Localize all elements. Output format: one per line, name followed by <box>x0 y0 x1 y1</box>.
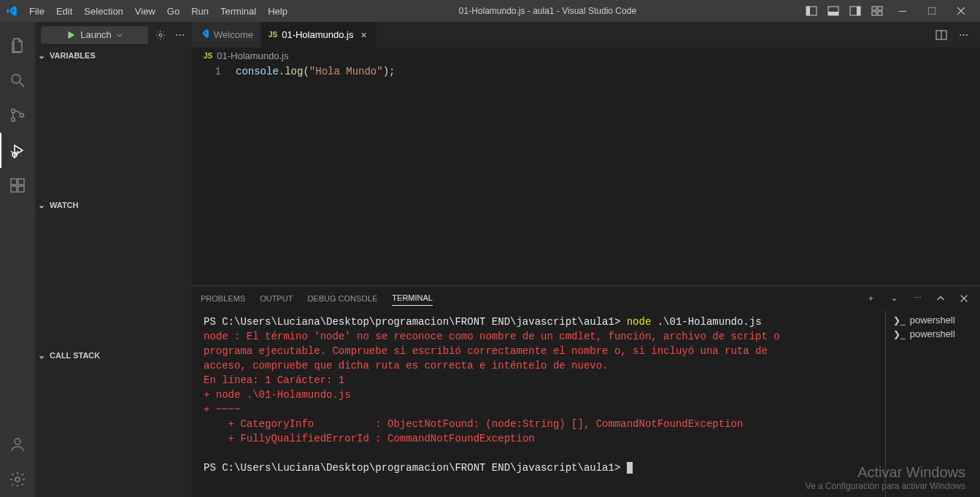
activity-run-debug-icon[interactable] <box>0 133 35 168</box>
tab-file-active[interactable]: JS 01-Holamundo.js × <box>261 22 378 47</box>
editor-actions: ⋯ <box>933 22 980 47</box>
tab-bar: Welcome JS 01-Holamundo.js × ⋯ <box>192 22 980 47</box>
svg-point-16 <box>20 114 24 117</box>
maximize-button[interactable] <box>919 1 945 20</box>
menu-view[interactable]: View <box>129 3 161 20</box>
terminal-error-line: En línea: 1 Carácter: 1 <box>204 374 344 386</box>
svg-rect-18 <box>11 179 17 185</box>
close-panel-icon[interactable] <box>957 291 971 306</box>
code-token: ; <box>389 66 395 77</box>
svg-rect-20 <box>18 186 24 192</box>
code-editor[interactable]: 1 console.log("Hola Mundo"); <box>192 63 980 285</box>
menu-run[interactable]: Run <box>185 3 215 20</box>
svg-rect-8 <box>872 12 876 15</box>
breadcrumb[interactable]: JS 01-Holamundo.js <box>192 47 980 63</box>
menu-file[interactable]: File <box>23 3 50 20</box>
powershell-icon: ❯_ <box>893 315 906 325</box>
svg-point-24 <box>159 34 162 36</box>
tab-file-label: 01-Holamundo.js <box>282 29 353 40</box>
minimap[interactable] <box>907 63 980 285</box>
close-tab-icon[interactable]: × <box>358 29 369 41</box>
svg-rect-3 <box>828 12 838 15</box>
code-token: log <box>285 66 303 77</box>
vscode-logo-icon <box>6 5 18 17</box>
svg-rect-19 <box>11 186 17 192</box>
window-controls <box>802 1 974 20</box>
line-number: 1 <box>192 65 221 79</box>
code-token: ( <box>303 66 309 77</box>
activity-source-control-icon[interactable] <box>0 98 35 133</box>
menu-go[interactable]: Go <box>161 3 185 20</box>
title-bar: File Edit Selection View Go Run Terminal… <box>0 0 980 22</box>
code-token: console <box>236 66 279 77</box>
sidebar-header: Launch ⋯ <box>35 22 192 47</box>
svg-rect-21 <box>18 179 24 185</box>
code-content[interactable]: console.log("Hola Mundo"); <box>236 63 907 285</box>
more-panel-actions-icon[interactable]: ⋯ <box>910 291 925 306</box>
section-call-stack[interactable]: ⌄ Call Stack <box>35 347 192 363</box>
code-token: "Hola Mundo" <box>309 66 383 77</box>
svg-point-22 <box>15 439 20 444</box>
breadcrumb-file: 01-Holamundo.js <box>217 50 288 61</box>
terminal-error-line: + FullyQualifiedErrorId : CommandNotFoun… <box>204 433 535 444</box>
section-variables-label: Variables <box>50 51 96 60</box>
split-terminal-dropdown-icon[interactable]: ⌄ <box>887 291 901 306</box>
svg-line-13 <box>20 82 24 87</box>
more-actions-icon[interactable]: ⋯ <box>173 28 186 42</box>
launch-label: Launch <box>80 29 112 40</box>
svg-point-14 <box>12 109 15 113</box>
menu-help[interactable]: Help <box>262 3 293 20</box>
terminal-cursor <box>627 462 633 474</box>
maximize-panel-icon[interactable] <box>933 291 948 306</box>
tab-welcome[interactable]: Welcome <box>192 22 261 47</box>
chevron-down-icon <box>116 31 123 39</box>
minimize-button[interactable] <box>890 1 916 20</box>
split-editor-icon[interactable] <box>933 27 949 43</box>
activity-bar <box>0 22 35 497</box>
terminal-output[interactable]: PS C:\Users\Luciana\Desktop\programacion… <box>192 310 885 497</box>
new-terminal-icon[interactable]: ＋ <box>863 291 878 306</box>
section-watch[interactable]: ⌄ Watch <box>35 197 192 213</box>
terminal-command-arg: .\01-Holamundo.js <box>651 316 761 328</box>
code-token: . <box>279 66 285 77</box>
terminal-list-item[interactable]: ❯_ powershell <box>886 327 980 341</box>
customize-layout-icon[interactable] <box>868 1 887 20</box>
panel-tab-debug-console[interactable]: Debug Console <box>307 291 377 306</box>
activity-search-icon[interactable] <box>0 63 35 98</box>
window-title: 01-Holamundo.js - aula1 - Visual Studio … <box>293 6 802 16</box>
toggle-primary-sidebar-icon[interactable] <box>802 1 821 20</box>
more-editor-actions-icon[interactable]: ⋯ <box>955 27 971 43</box>
terminal-prompt: PS C:\Users\Luciana\Desktop\programacion… <box>204 316 627 328</box>
powershell-icon: ❯_ <box>893 329 906 339</box>
toggle-panel-icon[interactable] <box>824 1 843 20</box>
code-token: ) <box>383 66 389 77</box>
terminal-list: ❯_ powershell ❯_ powershell <box>885 310 980 497</box>
activity-extensions-icon[interactable] <box>0 168 35 203</box>
chevron-down-icon: ⌄ <box>38 350 50 361</box>
terminal-list-item[interactable]: ❯_ powershell <box>886 313 980 327</box>
activity-explorer-icon[interactable] <box>0 28 35 63</box>
close-button[interactable] <box>948 1 974 20</box>
launch-button[interactable]: Launch <box>41 26 148 44</box>
activity-accounts-icon[interactable] <box>0 427 35 462</box>
menu-selection[interactable]: Selection <box>78 3 128 20</box>
editor-area: Welcome JS 01-Holamundo.js × ⋯ JS 01-Hol… <box>192 22 980 497</box>
svg-rect-10 <box>899 11 906 12</box>
bottom-panel: Problems Output Debug Console Terminal ＋… <box>192 285 980 497</box>
chevron-down-icon: ⌄ <box>38 50 50 61</box>
menu-terminal[interactable]: Terminal <box>215 3 262 20</box>
activity-settings-icon[interactable] <box>0 462 35 497</box>
svg-point-23 <box>15 477 20 482</box>
menu-edit[interactable]: Edit <box>50 3 78 20</box>
svg-rect-1 <box>806 7 810 15</box>
configure-gear-icon[interactable] <box>154 28 167 42</box>
debug-sidebar: Launch ⋯ ⌄ Variables ⌄ Watch ⌄ Call Stac… <box>35 22 192 497</box>
panel-tab-output[interactable]: Output <box>260 291 293 306</box>
chevron-down-icon: ⌄ <box>38 200 50 210</box>
svg-rect-5 <box>857 7 860 15</box>
svg-rect-11 <box>928 7 935 15</box>
panel-tab-terminal[interactable]: Terminal <box>392 290 433 306</box>
section-variables[interactable]: ⌄ Variables <box>35 47 192 63</box>
toggle-secondary-sidebar-icon[interactable] <box>846 1 865 20</box>
panel-tab-problems[interactable]: Problems <box>201 291 245 306</box>
